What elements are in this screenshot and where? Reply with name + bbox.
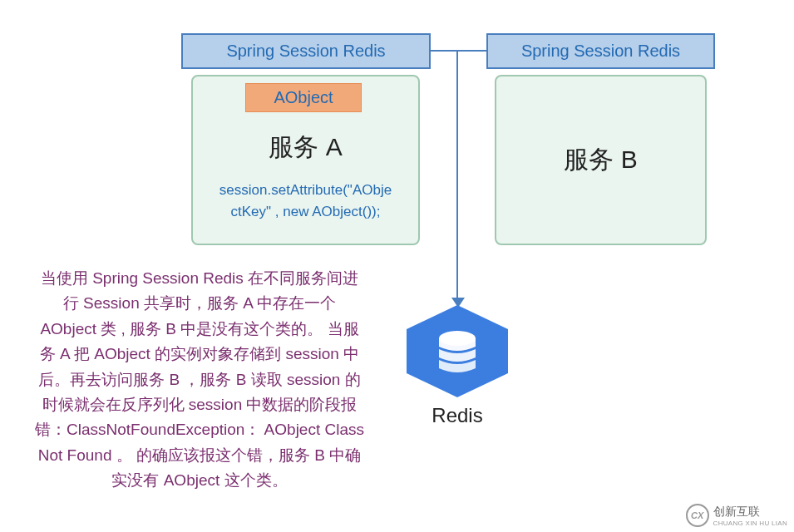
service-a-title: 服务 A bbox=[193, 131, 418, 165]
code-line-2: ctKey" , new AObject()); bbox=[231, 204, 381, 219]
description-text: 当使用 Spring Session Redis 在不同服务间进行 Sessio… bbox=[33, 266, 366, 494]
watermark-logo-icon: CX bbox=[686, 504, 709, 527]
redis-hexagon-icon bbox=[403, 303, 511, 399]
aobject-tag: AObject bbox=[245, 83, 362, 112]
watermark-text-block: 创新互联 CHUANG XIN HU LIAN bbox=[713, 505, 787, 527]
watermark: CX 创新互联 CHUANG XIN HU LIAN bbox=[686, 504, 787, 527]
header-a-label: Spring Session Redis bbox=[226, 42, 385, 60]
redis-block: Redis bbox=[403, 303, 511, 428]
service-a-code: session.setAttribute("AObje ctKey" , new… bbox=[193, 180, 418, 222]
connector-horizontal bbox=[431, 50, 486, 52]
watermark-sub: CHUANG XIN HU LIAN bbox=[713, 520, 787, 527]
service-b-box: 服务 B bbox=[495, 75, 707, 245]
connector-vertical bbox=[456, 50, 458, 299]
header-service-b: Spring Session Redis bbox=[486, 33, 715, 69]
redis-label: Redis bbox=[403, 404, 511, 427]
header-b-label: Spring Session Redis bbox=[521, 42, 680, 60]
description-content: 当使用 Spring Session Redis 在不同服务间进行 Sessio… bbox=[35, 269, 364, 489]
service-b-title: 服务 B bbox=[564, 143, 637, 177]
svg-marker-0 bbox=[407, 305, 508, 397]
aobject-tag-label: AObject bbox=[274, 88, 333, 106]
code-line-1: session.setAttribute("AObje bbox=[219, 182, 392, 198]
watermark-main: 创新互联 bbox=[713, 505, 787, 520]
header-service-a: Spring Session Redis bbox=[181, 33, 431, 69]
